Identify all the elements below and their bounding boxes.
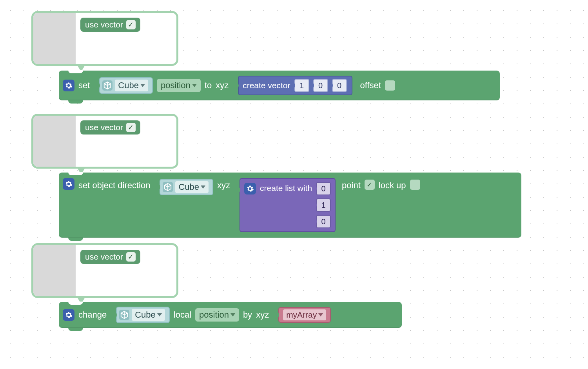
block-set-direction[interactable]: set object direction Cube xyz create lis…: [59, 173, 521, 238]
mutator-option-use-vector[interactable]: use vector ✓: [80, 120, 140, 135]
chevron-down-icon: [140, 84, 145, 87]
variable-block[interactable]: myArray: [278, 307, 331, 323]
vector-y-value: 0: [318, 81, 323, 90]
gear-icon[interactable]: [244, 183, 256, 194]
cube-icon: [119, 310, 129, 320]
to-label: to: [205, 80, 212, 91]
create-list-block[interactable]: create list with 0 1 0: [240, 178, 336, 232]
list-value: 1: [321, 201, 326, 210]
gear-icon[interactable]: [63, 309, 74, 321]
chevron-down-icon: [201, 185, 205, 189]
vector-y-input[interactable]: 0: [313, 79, 328, 92]
chevron-down-icon: [192, 84, 197, 87]
lockup-checkbox[interactable]: [410, 180, 420, 190]
xyz-label: xyz: [217, 180, 230, 191]
set-direction-label: set object direction: [78, 180, 150, 191]
list-value-1[interactable]: 1: [316, 198, 331, 212]
mutator-drag-area[interactable]: [33, 13, 76, 64]
point-checkbox[interactable]: ✓: [365, 180, 375, 190]
create-vector-block[interactable]: create vector 1 0 0: [238, 76, 352, 95]
chevron-down-icon: [318, 313, 323, 316]
object-name: Cube: [135, 310, 156, 320]
create-vector-label: create vector: [243, 81, 290, 90]
object-name: Cube: [118, 80, 139, 91]
by-label: by: [243, 310, 252, 320]
vector-z-value: 0: [337, 81, 341, 90]
lockup-label: lock up: [379, 180, 406, 191]
local-label: local: [174, 310, 191, 320]
list-value-0[interactable]: 0: [316, 182, 331, 195]
list-value-2[interactable]: 0: [316, 215, 331, 228]
list-value: 0: [321, 217, 326, 226]
chevron-down-icon: [230, 313, 235, 316]
property-label: position: [161, 80, 191, 91]
mutator-options: use vector ✓: [76, 245, 176, 296]
variable-dropdown[interactable]: myArray: [283, 309, 326, 320]
xyz-label: xyz: [256, 310, 269, 320]
change-label: change: [78, 310, 107, 320]
mutator-drag-area[interactable]: [33, 245, 76, 296]
set-label: set: [78, 80, 90, 91]
object-dropdown[interactable]: Cube: [175, 181, 209, 193]
create-list-label: create list with: [260, 184, 312, 193]
mutator-option-label: use vector: [85, 252, 123, 262]
gear-icon[interactable]: [63, 178, 74, 190]
property-dropdown[interactable]: position: [157, 79, 201, 92]
mutator-bubble-1[interactable]: use vector ✓: [31, 11, 178, 66]
variable-name: myArray: [286, 310, 317, 320]
object-dropdown[interactable]: Cube: [115, 80, 148, 91]
mutator-bubble-3[interactable]: use vector ✓: [31, 243, 178, 298]
object-slot[interactable]: Cube: [99, 77, 153, 94]
object-dropdown[interactable]: Cube: [132, 309, 165, 321]
vector-x-input[interactable]: 1: [294, 79, 309, 92]
point-label: point: [342, 180, 361, 191]
mutator-options: use vector ✓: [76, 13, 176, 64]
mutator-bubble-2[interactable]: use vector ✓: [31, 114, 178, 169]
offset-checkbox[interactable]: [385, 80, 395, 91]
mutator-checkbox[interactable]: ✓: [126, 20, 136, 29]
object-name: Cube: [178, 182, 199, 192]
vector-x-value: 1: [299, 81, 304, 90]
mutator-option-label: use vector: [85, 20, 123, 29]
mutator-option-label: use vector: [85, 123, 123, 132]
mutator-option-use-vector[interactable]: use vector ✓: [80, 250, 140, 264]
cube-icon: [102, 80, 113, 91]
xyz-label: xyz: [216, 80, 229, 91]
object-slot[interactable]: Cube: [160, 179, 213, 195]
cube-icon: [163, 182, 173, 192]
block-change-position[interactable]: change Cube local position by xyz myArra…: [59, 302, 402, 328]
mutator-checkbox[interactable]: ✓: [126, 123, 136, 132]
mutator-option-use-vector[interactable]: use vector ✓: [80, 18, 140, 32]
chevron-down-icon: [157, 313, 162, 316]
block-set-position[interactable]: set Cube position to xyz create vector 1…: [59, 71, 500, 100]
vector-z-input[interactable]: 0: [332, 79, 347, 92]
gear-icon[interactable]: [63, 80, 74, 91]
mutator-checkbox[interactable]: ✓: [126, 252, 136, 262]
mutator-options: use vector ✓: [76, 116, 176, 167]
offset-label: offset: [360, 80, 381, 91]
list-value: 0: [321, 184, 326, 193]
object-slot[interactable]: Cube: [116, 307, 170, 323]
property-label: position: [199, 310, 229, 320]
property-dropdown[interactable]: position: [195, 308, 239, 322]
mutator-drag-area[interactable]: [33, 116, 76, 167]
